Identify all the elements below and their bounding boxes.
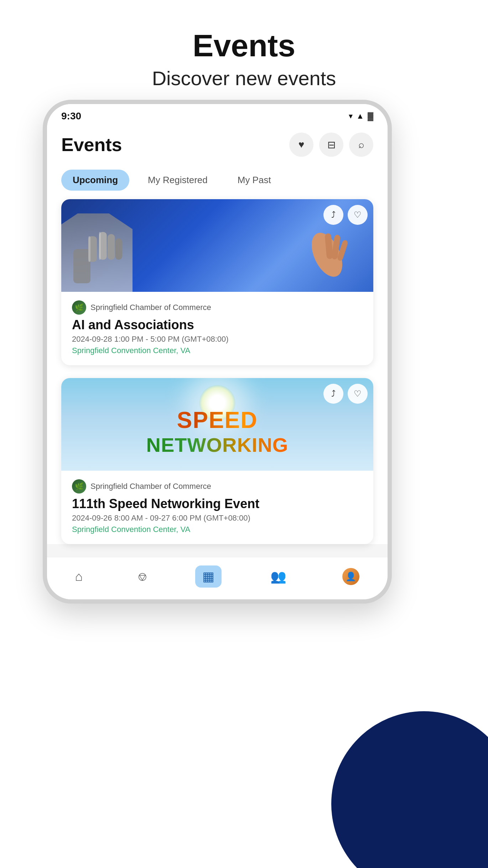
app-header-title: Events (61, 134, 122, 155)
event1-overlay-buttons: ⤴ ♡ (323, 205, 368, 225)
event-image-ai: ⤴ ♡ (61, 199, 373, 292)
profile-avatar: 👤 (342, 568, 359, 585)
svg-rect-4 (115, 238, 122, 260)
phone-mockup: 9:30 ▾ ▲ ▓ Events ♥ ⊟ ⌕ Upcoming My R (43, 100, 417, 604)
nav-home[interactable]: ⌂ (68, 565, 90, 588)
event-image-speed: SPEED NETWORKING ⤴ ♡ (61, 378, 373, 471)
nav-events[interactable]: ▦ (195, 565, 222, 588)
battery-icon: ▓ (368, 112, 373, 121)
nav-group[interactable]: 👥 (263, 565, 294, 588)
event-tabs: Upcoming My Registered My Past (61, 164, 373, 199)
human-hand-illustration (295, 221, 359, 285)
event2-share-button[interactable]: ⤴ (323, 384, 343, 404)
event2-overlay-buttons: ⤴ ♡ (323, 384, 368, 404)
status-bar: 9:30 ▾ ▲ ▓ (47, 104, 388, 125)
status-time: 9:30 (61, 110, 81, 122)
event2-organizer-name: Springfield Chamber of Commerce (90, 482, 211, 491)
status-icons: ▾ ▲ ▓ (349, 112, 373, 121)
page-subtitle: Discover new events (0, 67, 488, 90)
signal-icon: ▲ (356, 112, 364, 121)
event1-info: 🌿 Springfield Chamber of Commerce AI and… (61, 292, 373, 365)
tab-my-registered[interactable]: My Registered (136, 170, 219, 191)
event-card-speed[interactable]: SPEED NETWORKING ⤴ ♡ 🌿 Springfield Chamb… (61, 378, 373, 544)
bg-decoration (331, 711, 488, 868)
svg-rect-6 (99, 232, 101, 260)
robot-hand-illustration (61, 206, 154, 292)
nav-network[interactable]: ⎊ (131, 565, 154, 588)
event1-heart-button[interactable]: ♡ (348, 205, 368, 225)
tab-upcoming[interactable]: Upcoming (61, 170, 129, 191)
page-header: Events Discover new events (0, 0, 488, 104)
bottom-nav: ⌂ ⎊ ▦ 👥 👤 (47, 557, 388, 599)
header-icons: ♥ ⊟ ⌕ (289, 133, 373, 157)
event1-location: Springfield Convention Center, VA (72, 346, 363, 355)
app-content: Events ♥ ⊟ ⌕ Upcoming My Registered My P… (47, 125, 388, 544)
search-button[interactable]: ⌕ (349, 133, 373, 157)
speed-line1: SPEED (146, 407, 289, 433)
home-icon: ⌂ (75, 569, 83, 584)
event2-info: 🌿 Springfield Chamber of Commerce 111th … (61, 471, 373, 544)
group-icon: 👥 (270, 569, 286, 584)
event2-heart-button[interactable]: ♡ (348, 384, 368, 404)
app-header: Events ♥ ⊟ ⌕ (61, 125, 373, 164)
event1-organizer-name: Springfield Chamber of Commerce (90, 303, 211, 312)
event2-organizer: 🌿 Springfield Chamber of Commerce (72, 479, 363, 494)
event1-organizer-logo: 🌿 (72, 300, 86, 315)
svg-rect-3 (108, 234, 115, 260)
events-icon: ▦ (202, 569, 214, 584)
speed-line2: NETWORKING (146, 433, 289, 456)
event1-share-button[interactable]: ⤴ (323, 205, 343, 225)
bookmark-button[interactable]: ⊟ (319, 133, 343, 157)
network-icon: ⎊ (139, 569, 146, 584)
event-card-ai[interactable]: ⤴ ♡ 🌿 Springfield Chamber of Commerce AI… (61, 199, 373, 365)
nav-profile[interactable]: 👤 (335, 564, 367, 589)
event1-datetime: 2024-09-28 1:00 PM - 5:00 PM (GMT+08:00) (72, 335, 363, 344)
event2-organizer-logo: 🌿 (72, 479, 86, 494)
event2-title: 111th Speed Networking Event (72, 496, 363, 511)
svg-rect-0 (73, 249, 90, 283)
speed-networking-text: SPEED NETWORKING (146, 407, 289, 456)
svg-rect-5 (88, 236, 90, 262)
event2-datetime: 2024-09-26 8:00 AM - 09-27 6:00 PM (GMT+… (72, 513, 363, 523)
phone-frame: 9:30 ▾ ▲ ▓ Events ♥ ⊟ ⌕ Upcoming My R (43, 100, 392, 604)
wifi-icon: ▾ (349, 112, 353, 121)
event2-location: Springfield Convention Center, VA (72, 525, 363, 534)
event1-title: AI and Associations (72, 317, 363, 332)
tab-my-past[interactable]: My Past (226, 170, 282, 191)
heart-button[interactable]: ♥ (289, 133, 313, 157)
page-title: Events (0, 29, 488, 63)
event1-organizer: 🌿 Springfield Chamber of Commerce (72, 300, 363, 315)
